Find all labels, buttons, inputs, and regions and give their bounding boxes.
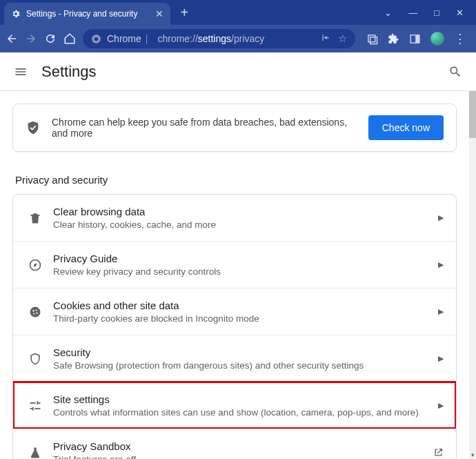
row-subtitle: Trial features are off	[53, 454, 430, 459]
safety-check-banner: Chrome can help keep you safe from data …	[12, 104, 457, 152]
row-text: SecuritySafe Browsing (protection from d…	[53, 346, 435, 371]
row-subtitle: Safe Browsing (protection from dangerous…	[53, 360, 435, 371]
search-icon[interactable]	[448, 65, 462, 79]
chevron-down-icon[interactable]: ⌄	[384, 8, 392, 18]
row-text: Cookies and other site dataThird-party c…	[53, 300, 435, 324]
settings-header: Settings	[0, 52, 476, 91]
external-link-icon	[433, 447, 444, 458]
shield-icon	[20, 352, 50, 366]
scrollbar[interactable]: ▾	[469, 91, 476, 459]
row-subtitle: Controls what information sites can use …	[53, 407, 435, 418]
url-text: chrome://settings/privacy	[157, 33, 264, 44]
window-controls: ⌄ ― □ ✕	[372, 0, 476, 25]
chevron-right-icon: ▶	[438, 354, 444, 363]
chevron-right-icon: ▶	[438, 213, 444, 222]
settings-row-sliders[interactable]: Site settingsControls what information s…	[13, 382, 456, 429]
extensions-icon[interactable]	[388, 33, 399, 45]
row-title: Clear browsing data	[53, 206, 435, 217]
row-subtitle: Third-party cookies are blocked in Incog…	[53, 313, 435, 324]
profile-avatar[interactable]	[430, 32, 444, 46]
settings-row-cookie[interactable]: Cookies and other site dataThird-party c…	[13, 288, 456, 335]
back-button[interactable]	[6, 32, 18, 45]
chrome-icon	[91, 34, 101, 44]
settings-row-compass[interactable]: Privacy GuideReview key privacy and secu…	[13, 241, 456, 288]
home-button[interactable]	[63, 32, 76, 45]
svg-rect-5	[415, 35, 419, 42]
share-icon[interactable]	[321, 32, 331, 43]
browser-toolbar: Chrome| chrome://settings/privacy ☆ ⋮	[0, 25, 476, 52]
row-subtitle: Review key privacy and security controls	[53, 266, 435, 277]
menu-button[interactable]: ⋮	[454, 31, 466, 46]
chevron-right-icon: ▶	[438, 401, 444, 410]
settings-row-shield[interactable]: SecuritySafe Browsing (protection from d…	[13, 335, 456, 382]
svg-rect-3	[370, 37, 377, 43]
row-title: Site settings	[53, 393, 435, 405]
address-bar[interactable]: Chrome| chrome://settings/privacy ☆	[83, 29, 355, 48]
trash-icon	[20, 211, 50, 225]
svg-point-1	[95, 37, 99, 41]
collections-icon[interactable]	[366, 33, 378, 45]
chevron-right-icon: ▶	[438, 307, 444, 316]
row-text: Site settingsControls what information s…	[53, 393, 435, 418]
hamburger-menu-icon[interactable]	[14, 65, 28, 79]
new-tab-button[interactable]: +	[180, 5, 188, 21]
row-text: Clear browsing dataClear history, cookie…	[53, 206, 435, 230]
row-title: Privacy Sandbox	[53, 440, 430, 452]
check-now-button[interactable]: Check now	[368, 115, 444, 140]
content-area: Chrome can help keep you safe from data …	[0, 91, 469, 459]
row-subtitle: Clear history, cookies, cache, and more	[53, 219, 435, 230]
close-tab-icon[interactable]: ✕	[155, 8, 163, 19]
close-window-icon[interactable]: ✕	[456, 8, 464, 18]
page-title: Settings	[41, 63, 97, 81]
flask-icon	[20, 446, 50, 460]
cookie-icon	[20, 305, 50, 319]
scroll-down-arrow[interactable]: ▾	[469, 451, 476, 459]
minimize-icon[interactable]: ―	[408, 8, 417, 18]
section-title: Privacy and security	[15, 174, 454, 186]
privacy-card: Clear browsing dataClear history, cookie…	[12, 194, 457, 459]
row-title: Security	[53, 346, 435, 358]
compass-icon	[20, 258, 50, 272]
sidepanel-icon[interactable]	[409, 33, 421, 45]
shield-check-icon	[26, 120, 41, 135]
banner-text: Chrome can help keep you safe from data …	[52, 117, 357, 139]
tab-title: Settings - Privacy and security	[26, 9, 137, 19]
scrollbar-thumb[interactable]	[469, 91, 476, 138]
bookmark-icon[interactable]: ☆	[338, 32, 347, 45]
svg-rect-2	[368, 35, 375, 41]
row-title: Cookies and other site data	[53, 300, 435, 311]
forward-button	[25, 32, 37, 45]
browser-tab[interactable]: Settings - Privacy and security ✕	[4, 3, 170, 25]
sliders-icon	[20, 399, 50, 413]
settings-row-trash[interactable]: Clear browsing dataClear history, cookie…	[13, 195, 456, 241]
url-origin: Chrome|	[107, 33, 152, 44]
window-titlebar: Settings - Privacy and security ✕ + ⌄ ― …	[0, 0, 476, 25]
row-text: Privacy SandboxTrial features are off	[53, 440, 430, 459]
gear-icon	[11, 9, 21, 19]
row-text: Privacy GuideReview key privacy and secu…	[53, 253, 435, 277]
chevron-right-icon: ▶	[438, 260, 444, 269]
row-title: Privacy Guide	[53, 253, 435, 264]
reload-button[interactable]	[44, 32, 57, 45]
settings-row-flask[interactable]: Privacy SandboxTrial features are off	[13, 429, 456, 459]
maximize-icon[interactable]: □	[434, 8, 439, 18]
